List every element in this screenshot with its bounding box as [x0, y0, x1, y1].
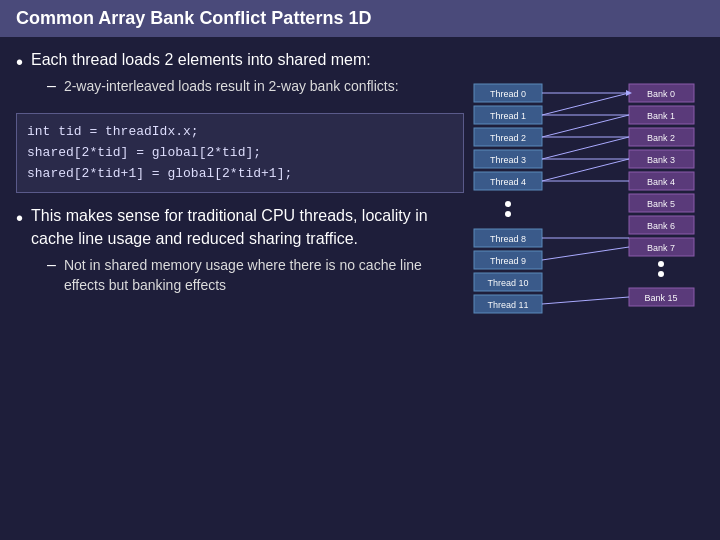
bank-3-label: Bank 3: [647, 155, 675, 165]
bank-4-label: Bank 4: [647, 177, 675, 187]
bank-0-label: Bank 0: [647, 89, 675, 99]
arrow-t9: [542, 247, 629, 260]
bullet-dot-2: •: [16, 205, 23, 231]
bullet-1: • Each thread loads 2 elements into shar…: [16, 49, 464, 97]
code-line-1: int tid = threadIdx.x;: [27, 122, 453, 143]
arrow-t11-b15: [542, 297, 629, 304]
bank-15-label: Bank 15: [644, 293, 677, 303]
content-area: • Each thread loads 2 elements into shar…: [0, 37, 720, 540]
bullet-1-text: Each thread loads 2 elements into shared…: [31, 49, 399, 71]
thread-9-label: Thread 9: [490, 256, 526, 266]
sub-bullet-2: – Not in shared memory usage where there…: [47, 256, 464, 295]
arrow-t1-b0: [542, 93, 629, 115]
arrow-t2-b1: [542, 115, 629, 137]
right-panel: Thread 0 Thread 1 Thread 2 Thread 3 Thre…: [474, 49, 704, 528]
thread-10-label: Thread 10: [487, 278, 528, 288]
code-block: int tid = threadIdx.x; shared[2*tid] = g…: [16, 113, 464, 193]
bullet-dot-1: •: [16, 49, 23, 75]
bullet-2: • This makes sense for traditional CPU t…: [16, 205, 464, 295]
slide: Common Array Bank Conflict Patterns 1D •…: [0, 0, 720, 540]
dot1: [505, 201, 511, 207]
bank-dot2: [658, 271, 664, 277]
code-line-3: shared[2*tid+1] = global[2*tid+1];: [27, 164, 453, 185]
bank-2-label: Bank 2: [647, 133, 675, 143]
code-line-2: shared[2*tid] = global[2*tid];: [27, 143, 453, 164]
title-bar: Common Array Bank Conflict Patterns 1D: [0, 0, 720, 37]
bank-1-label: Bank 1: [647, 111, 675, 121]
arrow-t3-b2: [542, 137, 629, 159]
dot2: [505, 211, 511, 217]
thread-4-label: Thread 4: [490, 177, 526, 187]
sub-dash-1: –: [47, 77, 56, 97]
bank-dot1: [658, 261, 664, 267]
thread-8-label: Thread 8: [490, 234, 526, 244]
thread-3-label: Thread 3: [490, 155, 526, 165]
left-panel: • Each thread loads 2 elements into shar…: [16, 49, 464, 528]
bullet-2-content: This makes sense for traditional CPU thr…: [31, 205, 464, 295]
sub-bullet-1-text: 2-way-interleaved loads result in 2-way …: [64, 77, 399, 97]
bank-5-label: Bank 5: [647, 199, 675, 209]
slide-title: Common Array Bank Conflict Patterns 1D: [16, 8, 371, 28]
sub-dash-2: –: [47, 256, 56, 295]
bank-7-label: Bank 7: [647, 243, 675, 253]
bank-6-label: Bank 6: [647, 221, 675, 231]
arrow-t4-b3: [542, 159, 629, 181]
sub-bullet-2-text: Not in shared memory usage where there i…: [64, 256, 464, 295]
thread-1-label: Thread 1: [490, 111, 526, 121]
sub-bullet-1: – 2-way-interleaved loads result in 2-wa…: [47, 77, 399, 97]
thread-11-label: Thread 11: [487, 300, 528, 310]
thread-2-label: Thread 2: [490, 133, 526, 143]
bullet-2-text: This makes sense for traditional CPU thr…: [31, 205, 464, 250]
diagram-svg: Thread 0 Thread 1 Thread 2 Thread 3 Thre…: [474, 84, 704, 504]
bullet-1-content: Each thread loads 2 elements into shared…: [31, 49, 399, 97]
thread-0-label: Thread 0: [490, 89, 526, 99]
